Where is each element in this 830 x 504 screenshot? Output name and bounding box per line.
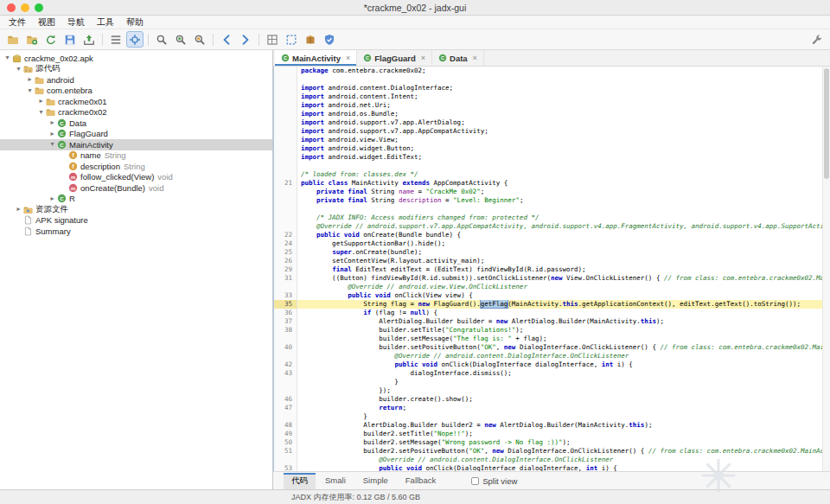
code-line[interactable]: });: [274, 386, 822, 395]
add-files-button[interactable]: [23, 31, 41, 48]
code-line[interactable]: 46 builder.create().show();: [274, 395, 822, 404]
reload-button[interactable]: [42, 31, 60, 48]
code-line[interactable]: 47 return;: [274, 404, 822, 412]
expand-arrow-icon[interactable]: ▸: [48, 129, 56, 139]
tree-item[interactable]: ▸CData: [0, 118, 272, 129]
code-line[interactable]: 22 public void onCreate(Bundle bundle) {: [274, 231, 822, 239]
editor-scrollbar[interactable]: [822, 67, 830, 471]
selection-mode-button[interactable]: [283, 31, 300, 48]
code-line[interactable]: 21public class MainActivity extends AppC…: [274, 179, 822, 188]
collapse-arrow-icon[interactable]: ▾: [37, 107, 45, 118]
code-line[interactable]: [274, 75, 822, 84]
collapse-arrow-icon[interactable]: ▾: [3, 53, 11, 63]
code-line[interactable]: 29 final EditText editText = (EditText) …: [274, 265, 822, 274]
code-line[interactable]: 42 public void onClick(DialogInterface d…: [274, 360, 822, 369]
code-line[interactable]: builder.setMessage("The flag is: " + fla…: [274, 335, 822, 343]
code-line[interactable]: 38 builder.setTitle("Congratulations!");: [274, 326, 822, 335]
editor-scrollbar-thumb[interactable]: [824, 68, 829, 179]
tree-item[interactable]: fdescriptionString: [0, 161, 272, 172]
code-line[interactable]: [274, 162, 822, 170]
tree-item[interactable]: ▸android: [0, 74, 272, 86]
back-button[interactable]: [218, 31, 235, 48]
code-line[interactable]: @Override // android.view.View.OnClickLi…: [274, 283, 822, 291]
export-button[interactable]: [80, 31, 98, 48]
quark-analysis-button[interactable]: [302, 31, 319, 48]
search-class-button[interactable]: [172, 31, 189, 48]
code-line[interactable]: 36 if (flag != null) {: [274, 309, 822, 317]
collapse-arrow-icon[interactable]: ▾: [26, 86, 34, 96]
bottom-tab-代码[interactable]: 代码: [284, 473, 316, 489]
rename-button[interactable]: [264, 31, 281, 48]
flat-packages-toggle[interactable]: [107, 31, 124, 48]
tree-item[interactable]: ▾com.entebra: [0, 86, 272, 97]
bottom-tab-smali[interactable]: Smali: [317, 473, 354, 489]
code-line[interactable]: 24 getSupportActionBar().hide();: [274, 239, 822, 248]
search-comment-button[interactable]: [191, 31, 208, 48]
window-zoom-button[interactable]: [35, 3, 43, 12]
code-line[interactable]: 31 ((Button) findViewById(R.id.submit)).…: [274, 274, 822, 283]
tab-close-icon[interactable]: ×: [346, 54, 350, 62]
tree-item[interactable]: ▸CR: [0, 194, 272, 205]
code-line[interactable]: 51 builder2.setPositiveButton("OK", new …: [274, 447, 822, 456]
tree-item[interactable]: ▾CMainActivity: [0, 139, 272, 150]
code-content[interactable]: package com.entebra.crackme0x02;import a…: [274, 67, 822, 471]
code-line[interactable]: private final String description = "Leve…: [274, 196, 822, 205]
save-all-button[interactable]: [61, 31, 79, 48]
security-report-button[interactable]: [321, 31, 338, 48]
menu-item-1[interactable]: 视图: [32, 16, 61, 29]
code-line[interactable]: 50 builder2.setMessage("Wrong password -…: [274, 438, 822, 447]
code-line[interactable]: private final String name = "CrackMe 0x0…: [274, 188, 822, 196]
tab-flagguard[interactable]: CFlagGuard×: [357, 50, 432, 66]
tab-close-icon[interactable]: ×: [473, 54, 477, 62]
code-line-highlighted[interactable]: 35 String flag = new FlagGuard().getFlag…: [274, 300, 822, 309]
code-line[interactable]: import android.content.DialogInterface;: [274, 84, 822, 93]
sync-with-editor-toggle[interactable]: [126, 31, 144, 48]
code-line[interactable]: package com.entebra.crackme0x02;: [274, 67, 822, 75]
menu-item-2[interactable]: 导航: [61, 16, 91, 29]
selected-token[interactable]: getFlag: [481, 300, 508, 308]
tree-item[interactable]: Summary: [0, 226, 272, 237]
window-minimize-button[interactable]: [21, 3, 29, 12]
menu-item-0[interactable]: 文件: [3, 16, 32, 29]
code-line[interactable]: 40 builder.setPositiveButton("OK", new D…: [274, 343, 822, 352]
code-line[interactable]: }: [274, 412, 822, 421]
split-view-control[interactable]: Split view: [471, 476, 517, 486]
expand-arrow-icon[interactable]: ▸: [48, 118, 56, 128]
code-line[interactable]: import android.widget.EditText;: [274, 153, 822, 162]
menu-item-4[interactable]: 帮助: [120, 16, 150, 29]
code-line[interactable]: @Override // android.support.v7.app.AppC…: [274, 222, 822, 231]
expand-arrow-icon[interactable]: ▸: [26, 74, 34, 85]
code-line[interactable]: import android.net.Uri;: [274, 101, 822, 110]
menu-item-3[interactable]: 工具: [91, 16, 120, 29]
code-editor[interactable]: package com.entebra.crackme0x02;import a…: [273, 67, 830, 471]
tree-item[interactable]: APK signature: [0, 215, 272, 226]
code-line[interactable]: 43 dialogInterface.dismiss();: [274, 369, 822, 378]
code-line[interactable]: import android.support.v7.app.AppCompatA…: [274, 127, 822, 136]
split-view-checkbox[interactable]: [471, 477, 479, 485]
code-line[interactable]: @Override // android.content.DialogInter…: [274, 352, 822, 360]
tab-data[interactable]: CData×: [432, 50, 484, 66]
tab-mainactivity[interactable]: CMainActivity×: [275, 50, 357, 66]
expand-arrow-icon[interactable]: ▸: [37, 96, 45, 106]
code-line[interactable]: @Override // android.content.DialogInter…: [274, 456, 822, 464]
code-line[interactable]: /* loaded from: classes.dex */: [274, 170, 822, 179]
open-file-button[interactable]: [4, 31, 22, 48]
tree-item[interactable]: ▾源代码: [0, 64, 272, 75]
window-close-button[interactable]: [7, 3, 16, 12]
bottom-tab-fallback[interactable]: Fallback: [398, 473, 444, 489]
preferences-button[interactable]: [808, 31, 826, 48]
code-line[interactable]: 25 super.onCreate(bundle);: [274, 248, 822, 257]
expand-arrow-icon[interactable]: ▸: [15, 204, 22, 214]
tree-item[interactable]: ▸crackme0x01: [0, 96, 272, 107]
collapse-arrow-icon[interactable]: ▾: [15, 64, 22, 74]
code-line[interactable]: [274, 205, 822, 214]
collapse-arrow-icon[interactable]: ▾: [48, 139, 56, 150]
tree-item[interactable]: mfollow_clicked(View)void: [0, 172, 272, 183]
tree-item[interactable]: ▾crackme_0x02.apk: [0, 53, 272, 64]
expand-arrow-icon[interactable]: ▸: [48, 194, 56, 204]
bottom-tab-simple[interactable]: Simple: [355, 473, 396, 489]
code-line[interactable]: 37 AlertDialog.Builder builder = new Ale…: [274, 317, 822, 326]
code-line[interactable]: 26 setContentView(R.layout.activity_main…: [274, 257, 822, 265]
code-line[interactable]: import android.os.Bundle;: [274, 110, 822, 118]
file-tree[interactable]: ▾crackme_0x02.apk▾源代码▸android▾com.entebr…: [0, 50, 273, 489]
